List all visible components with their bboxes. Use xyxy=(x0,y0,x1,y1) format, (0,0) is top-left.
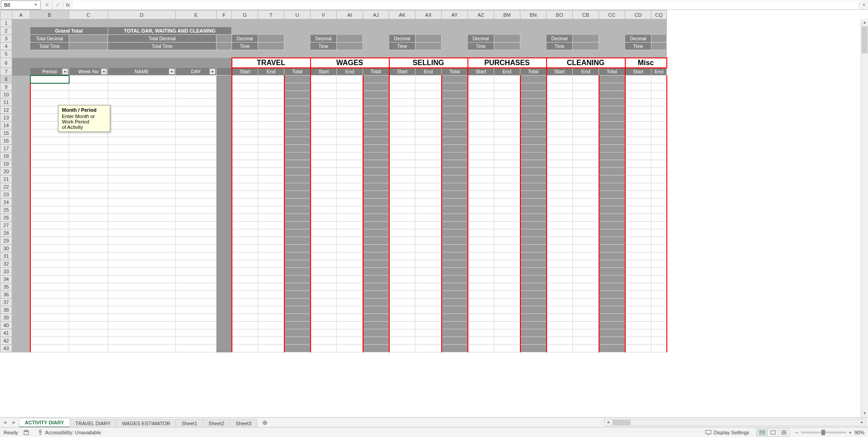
cell[interactable] xyxy=(389,76,415,83)
cell[interactable] xyxy=(69,83,108,91)
cell[interactable] xyxy=(573,91,599,99)
cell[interactable] xyxy=(337,183,363,191)
cell[interactable] xyxy=(442,76,468,83)
cell[interactable] xyxy=(599,114,625,122)
cell[interactable] xyxy=(651,229,667,237)
cell[interactable] xyxy=(415,283,442,291)
cell[interactable] xyxy=(651,191,667,199)
cell[interactable] xyxy=(217,129,232,137)
row-header[interactable]: 30 xyxy=(0,245,12,252)
cell[interactable] xyxy=(337,199,363,206)
cell[interactable] xyxy=(389,27,415,35)
cell[interactable] xyxy=(625,345,651,352)
cell[interactable] xyxy=(494,322,520,329)
cell[interactable] xyxy=(415,306,442,314)
cell[interactable] xyxy=(363,83,389,91)
cell[interactable] xyxy=(389,268,415,276)
cell[interactable] xyxy=(547,345,573,352)
zoom-in-button[interactable]: + xyxy=(849,430,852,435)
cell[interactable] xyxy=(625,229,651,237)
cell[interactable] xyxy=(442,337,468,345)
cell[interactable] xyxy=(284,299,311,306)
cell[interactable] xyxy=(520,329,547,337)
cell[interactable] xyxy=(311,322,337,329)
cell[interactable] xyxy=(30,176,69,183)
cell[interactable] xyxy=(415,122,442,129)
cell[interactable] xyxy=(30,83,69,91)
cell[interactable] xyxy=(573,43,599,50)
cell[interactable]: Total xyxy=(442,68,468,76)
cell[interactable] xyxy=(69,322,108,329)
cell[interactable] xyxy=(389,306,415,314)
cell[interactable] xyxy=(311,245,337,252)
cell[interactable] xyxy=(284,276,311,283)
cell[interactable]: End xyxy=(415,68,442,76)
cell[interactable] xyxy=(573,99,599,106)
cell[interactable] xyxy=(494,160,520,168)
cell[interactable] xyxy=(520,114,547,122)
cell[interactable] xyxy=(625,329,651,337)
cell[interactable] xyxy=(468,183,494,191)
cell[interactable] xyxy=(415,145,442,152)
cell[interactable] xyxy=(311,183,337,191)
cell[interactable] xyxy=(547,137,573,145)
cell[interactable] xyxy=(625,122,651,129)
cell[interactable] xyxy=(442,91,468,99)
cell[interactable] xyxy=(520,191,547,199)
cell[interactable] xyxy=(547,276,573,283)
cell[interactable] xyxy=(363,122,389,129)
cell[interactable] xyxy=(494,345,520,352)
cell[interactable] xyxy=(232,114,258,122)
page-break-view-button[interactable] xyxy=(778,429,789,436)
cell[interactable] xyxy=(547,129,573,137)
cell[interactable]: Decimal xyxy=(311,35,337,43)
cell[interactable] xyxy=(573,237,599,245)
cell[interactable] xyxy=(389,19,415,27)
cell[interactable] xyxy=(284,168,311,176)
cell[interactable] xyxy=(311,291,337,299)
cell[interactable] xyxy=(389,291,415,299)
cell[interactable] xyxy=(12,199,30,206)
cell[interactable] xyxy=(494,145,520,152)
cell[interactable] xyxy=(12,329,30,337)
cell[interactable] xyxy=(520,160,547,168)
cell[interactable] xyxy=(284,83,311,91)
cell[interactable] xyxy=(311,252,337,260)
cell[interactable] xyxy=(30,19,69,27)
cell[interactable] xyxy=(573,229,599,237)
cell[interactable] xyxy=(232,291,258,299)
cell[interactable] xyxy=(217,183,232,191)
tab-nav-prev-icon[interactable]: ◄ xyxy=(3,420,7,425)
cell[interactable] xyxy=(217,76,232,83)
cell[interactable]: Time xyxy=(468,43,494,50)
cell[interactable] xyxy=(217,199,232,206)
cell[interactable] xyxy=(520,222,547,229)
cell[interactable] xyxy=(12,114,30,122)
cell[interactable] xyxy=(547,176,573,183)
cell[interactable] xyxy=(415,199,442,206)
cell[interactable] xyxy=(30,199,69,206)
cell[interactable] xyxy=(415,237,442,245)
cell[interactable]: Start xyxy=(389,68,415,76)
cell[interactable] xyxy=(363,291,389,299)
sheet-tab[interactable]: TRAVEL DIARY xyxy=(70,419,117,428)
cell[interactable] xyxy=(108,129,176,137)
cell[interactable] xyxy=(363,222,389,229)
sheet-tab[interactable]: WAGES ESTIMATOR xyxy=(116,419,176,428)
cell[interactable]: Start xyxy=(625,68,651,76)
cell[interactable] xyxy=(217,237,232,245)
cell[interactable] xyxy=(69,191,108,199)
cell[interactable] xyxy=(494,122,520,129)
cell[interactable] xyxy=(494,214,520,222)
cell[interactable] xyxy=(494,91,520,99)
cell[interactable] xyxy=(389,137,415,145)
cell[interactable] xyxy=(108,291,176,299)
cell[interactable] xyxy=(547,168,573,176)
cell[interactable] xyxy=(442,191,468,199)
cell[interactable] xyxy=(389,114,415,122)
cell[interactable] xyxy=(337,322,363,329)
cell[interactable] xyxy=(599,183,625,191)
column-header[interactable]: BM xyxy=(494,10,520,19)
cell[interactable] xyxy=(108,50,176,58)
row-header[interactable]: 37 xyxy=(0,299,12,306)
